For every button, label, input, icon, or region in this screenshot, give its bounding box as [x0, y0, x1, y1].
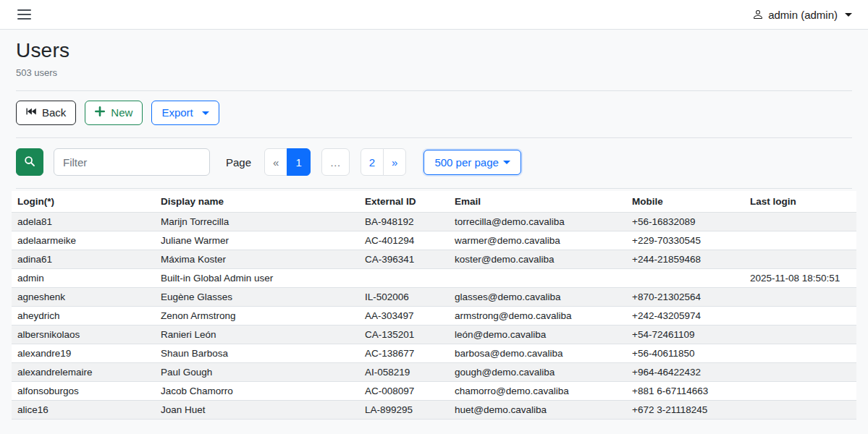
table-cell-mobile: +964-46422432: [626, 363, 744, 382]
table-cell-email: koster@demo.cavaliba: [449, 250, 626, 269]
table-cell-mobile: +54-72461109: [626, 326, 744, 344]
table-cell-display-name: Marijn Torrecilla: [155, 213, 359, 231]
table-cell-mobile: [626, 269, 744, 288]
table-cell-mobile: +242-43205974: [626, 307, 744, 326]
table-cell-last-login: [744, 213, 856, 231]
back-button-label: Back: [42, 106, 66, 119]
pagination-next[interactable]: »: [383, 148, 406, 176]
divider: [16, 188, 852, 189]
table-row[interactable]: alice16 Joan Huet LA-899295 huet@demo.ca…: [12, 401, 856, 420]
table-cell-display-name: Ranieri León: [155, 326, 359, 344]
top-navbar: admin (admin): [0, 0, 868, 30]
search-button[interactable]: [16, 148, 43, 176]
table-cell-display-name: Jacob Chamorro: [155, 382, 359, 401]
header-display-name: Display name: [155, 191, 359, 213]
table-cell-external-id: AC-138677: [359, 344, 449, 363]
table-row[interactable]: alfonsoburgos Jacob Chamorro AC-008097 c…: [12, 382, 856, 401]
caret-down-icon: [845, 13, 852, 17]
pagination-ellipsis[interactable]: …: [321, 148, 350, 176]
table-cell-external-id: AC-401294: [359, 231, 449, 250]
person-icon: [752, 9, 764, 20]
header-last-login: Last login: [744, 191, 856, 213]
page-label: Page: [226, 156, 251, 169]
toolbar: Back New Export: [16, 101, 852, 125]
table-row[interactable]: adelaarmeike Juliane Warmer AC-401294 wa…: [12, 231, 856, 250]
table-cell-external-id: IL-502006: [359, 288, 449, 307]
header-external-id: External ID: [359, 191, 449, 213]
table-cell-mobile: +56-16832089: [626, 213, 744, 231]
table-cell-display-name: Máxima Koster: [155, 250, 359, 269]
table-row[interactable]: adina61 Máxima Koster CA-396341 koster@d…: [12, 250, 856, 269]
table-cell-last-login: [744, 288, 856, 307]
table-cell-mobile: +244-21859468: [626, 250, 744, 269]
table-cell-email: huet@demo.cavaliba: [449, 401, 626, 420]
table-cell-external-id: AI-058219: [359, 363, 449, 382]
per-page-dropdown[interactable]: 500 per page: [424, 150, 521, 175]
table-cell-login: adina61: [12, 250, 155, 269]
table-cell-display-name: Zenon Armstrong: [155, 307, 359, 326]
table-cell-email: gough@demo.cavaliba: [449, 363, 626, 382]
users-table: Login(*) Display name External ID Email …: [12, 191, 856, 420]
table-cell-display-name: Juliane Warmer: [155, 231, 359, 250]
table-row[interactable]: aheydrich Zenon Armstrong AA-303497 arms…: [12, 307, 856, 326]
table-row[interactable]: admin Built-in Global Admin user 2025-11…: [12, 269, 856, 288]
table-cell-external-id: AA-303497: [359, 307, 449, 326]
table-cell-external-id: CA-396341: [359, 250, 449, 269]
table-row[interactable]: alexandrelemaire Paul Gough AI-058219 go…: [12, 363, 856, 382]
caret-down-icon: [503, 161, 510, 164]
table-row[interactable]: agneshenk Eugène Glasses IL-502006 glass…: [12, 288, 856, 307]
table-cell-external-id: CA-135201: [359, 326, 449, 344]
table-cell-last-login: [744, 344, 856, 363]
table-body: adela81 Marijn Torrecilla BA-948192 torr…: [12, 213, 856, 420]
new-button-label: New: [111, 106, 132, 119]
caret-down-icon: [202, 111, 209, 115]
new-button[interactable]: New: [85, 101, 143, 125]
table-cell-mobile: +870-21302564: [626, 288, 744, 307]
back-button[interactable]: Back: [16, 101, 76, 125]
table-cell-email: león@demo.cavaliba: [449, 326, 626, 344]
table-cell-last-login: 2025-11-08 18:50:51: [744, 269, 856, 288]
table-row[interactable]: albersnikolaos Ranieri León CA-135201 le…: [12, 326, 856, 344]
pagination-page-2[interactable]: 2: [361, 148, 384, 176]
user-count: 503 users: [16, 67, 852, 78]
table-cell-display-name: Eugène Glasses: [155, 288, 359, 307]
table-row[interactable]: adela81 Marijn Torrecilla BA-948192 torr…: [12, 213, 856, 231]
divider: [16, 137, 852, 138]
table-cell-display-name: Shaun Barbosa: [155, 344, 359, 363]
table-cell-display-name: Paul Gough: [155, 363, 359, 382]
header-login: Login(*): [12, 191, 155, 213]
pagination-prev[interactable]: «: [264, 148, 287, 176]
table-cell-last-login: [744, 307, 856, 326]
table-cell-email: chamorro@demo.cavaliba: [449, 382, 626, 401]
table-cell-external-id: BA-948192: [359, 213, 449, 231]
filter-input[interactable]: [54, 148, 210, 176]
user-menu[interactable]: admin (admin): [752, 9, 852, 21]
table-cell-login: aheydrich: [12, 307, 155, 326]
table-cell-last-login: [744, 401, 856, 420]
per-page-label: 500 per page: [434, 156, 498, 169]
divider: [16, 90, 852, 91]
table-cell-mobile: +672 3-21118245: [626, 401, 744, 420]
header-mobile: Mobile: [626, 191, 744, 213]
filter-row: Page « 1 … 2 » 500 per page: [16, 148, 852, 176]
table-cell-email: glasses@demo.cavaliba: [449, 288, 626, 307]
table-cell-login: adela81: [12, 213, 155, 231]
table-cell-last-login: [744, 231, 856, 250]
table-row[interactable]: alexandre19 Shaun Barbosa AC-138677 barb…: [12, 344, 856, 363]
table-cell-last-login: [744, 326, 856, 344]
table-cell-login: agneshenk: [12, 288, 155, 307]
table-cell-last-login: [744, 250, 856, 269]
export-button-label: Export: [161, 106, 193, 119]
pagination-page-1[interactable]: 1: [287, 148, 310, 176]
plus-icon: [95, 106, 105, 119]
table-cell-external-id: [359, 269, 449, 288]
table-cell-external-id: AC-008097: [359, 382, 449, 401]
table-cell-login: alexandrelemaire: [12, 363, 155, 382]
page-title: Users: [16, 39, 852, 62]
table-cell-login: alfonsoburgos: [12, 382, 155, 401]
table-cell-login: adelaarmeike: [12, 231, 155, 250]
hamburger-menu-icon[interactable]: [16, 7, 33, 22]
table-cell-mobile: +881 6-67114663: [626, 382, 744, 401]
export-button[interactable]: Export: [151, 101, 219, 125]
rewind-icon: [26, 106, 36, 119]
